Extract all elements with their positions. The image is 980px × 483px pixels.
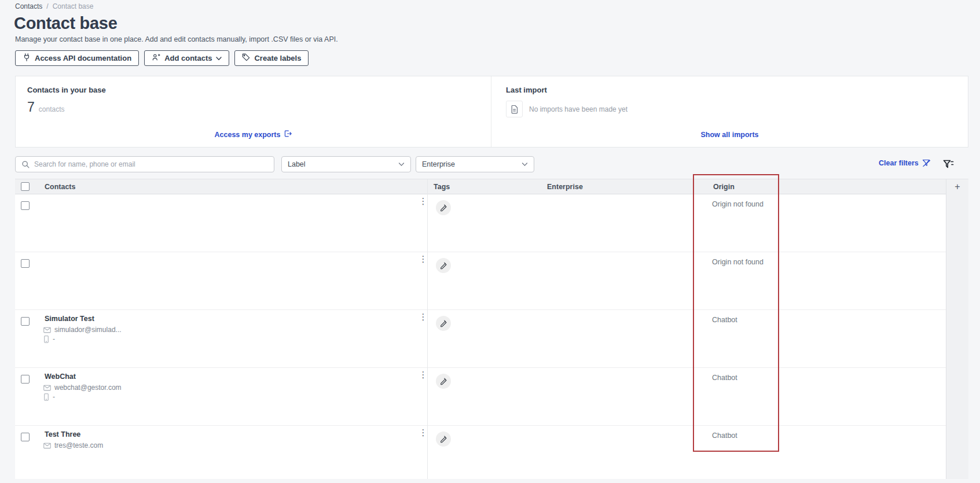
no-imports-empty-state: No imports have been made yet xyxy=(506,101,627,117)
add-column-strip: + xyxy=(946,179,968,479)
page-subtitle: Manage your contact base in one place. A… xyxy=(15,35,338,43)
create-labels-button[interactable]: Create labels xyxy=(234,50,309,66)
enterprise-filter-value: Enterprise xyxy=(422,160,455,168)
contacts-count-unit: contacts xyxy=(39,105,65,113)
add-contacts-button[interactable]: Add contacts xyxy=(144,50,229,66)
contact-email: tres@teste.com xyxy=(54,441,103,449)
column-header-contacts: Contacts xyxy=(45,183,75,191)
contact-email-line: tres@teste.com xyxy=(43,441,103,449)
label-filter-value: Label xyxy=(288,160,306,168)
contact-name: Test Three xyxy=(45,430,80,438)
show-all-imports-label: Show all imports xyxy=(700,131,758,139)
contact-email-line: simulador@simulad... xyxy=(43,326,122,334)
breadcrumb: Contacts / Contact base xyxy=(15,2,93,10)
access-api-documentation-label: Access API documentation xyxy=(35,54,131,62)
edit-tags-button[interactable] xyxy=(436,200,451,215)
no-imports-message: No imports have been made yet xyxy=(529,105,627,113)
access-api-documentation-button[interactable]: Access API documentation xyxy=(15,50,139,66)
clear-filters-label: Clear filters xyxy=(879,159,919,167)
contact-email: webchat@gestor.com xyxy=(54,384,122,392)
table-row[interactable]: ⋮ Origin not found xyxy=(15,194,968,252)
origin-cell: Chatbot xyxy=(712,432,737,440)
row-checkbox[interactable] xyxy=(21,317,30,326)
search-icon xyxy=(21,160,30,168)
chevron-down-icon xyxy=(216,54,222,62)
export-icon xyxy=(284,130,292,139)
contact-search xyxy=(15,156,274,172)
clear-filters-link[interactable]: Clear filters xyxy=(879,159,931,167)
label-filter-select[interactable]: Label xyxy=(281,156,411,172)
last-import-title: Last import xyxy=(506,86,547,94)
tags-column-divider xyxy=(427,179,428,479)
row-checkbox[interactable] xyxy=(21,375,30,384)
filter-options-icon[interactable] xyxy=(941,158,955,171)
filter-bar: Label Enterprise Clear filters xyxy=(15,156,968,172)
origin-cell: Origin not found xyxy=(712,258,764,266)
contact-email: simulador@simulad... xyxy=(54,326,122,334)
filter-off-icon xyxy=(922,159,931,167)
row-checkbox[interactable] xyxy=(21,201,30,210)
table-header: Contacts Tags Enterprise Origin xyxy=(15,179,968,194)
last-import-card: Last import No imports have been made ye… xyxy=(491,76,968,147)
action-buttons: Access API documentation Add contacts Cr… xyxy=(15,50,309,66)
create-labels-label: Create labels xyxy=(254,54,301,62)
breadcrumb-contacts[interactable]: Contacts xyxy=(15,2,42,10)
document-icon xyxy=(506,101,523,117)
add-contacts-label: Add contacts xyxy=(164,54,212,62)
origin-cell: Chatbot xyxy=(712,316,737,324)
column-header-origin: Origin xyxy=(713,183,735,191)
column-header-tags: Tags xyxy=(434,183,450,191)
origin-cell: Origin not found xyxy=(712,200,764,208)
contacts-count-number: 7 xyxy=(27,99,35,115)
contact-phone: - xyxy=(53,335,55,343)
edit-tags-button[interactable] xyxy=(436,258,451,273)
chevron-down-icon xyxy=(522,163,528,167)
search-input[interactable] xyxy=(34,160,268,168)
edit-tags-button[interactable] xyxy=(436,374,451,389)
mobile-phone-icon xyxy=(43,335,49,343)
show-all-imports-link[interactable]: Show all imports xyxy=(700,131,758,139)
contact-base-page: Contacts / Contact base Contact base Man… xyxy=(0,0,980,483)
table-row[interactable]: WebChat webchat@gestor.com - ⋮ Chatbot xyxy=(15,368,968,426)
envelope-icon xyxy=(43,385,51,391)
summary-cards: Contacts in your base 7 contacts Access … xyxy=(15,76,968,148)
chevron-down-icon xyxy=(398,163,405,167)
contact-email-line: webchat@gestor.com xyxy=(43,384,122,392)
select-all-checkbox[interactable] xyxy=(21,182,30,191)
person-add-icon xyxy=(152,53,160,63)
edit-tags-button[interactable] xyxy=(436,432,451,447)
add-column-button[interactable]: + xyxy=(951,181,964,193)
access-my-exports-label: Access my exports xyxy=(215,131,281,139)
contact-phone-line: - xyxy=(43,335,55,343)
contacts-card-title: Contacts in your base xyxy=(27,86,106,94)
envelope-icon xyxy=(43,443,51,449)
mobile-phone-icon xyxy=(43,393,49,401)
table-row[interactable]: Simulator Test simulador@simulad... - ⋮ … xyxy=(15,310,968,368)
contact-phone-line: - xyxy=(43,393,55,401)
contacts-count: 7 contacts xyxy=(27,99,65,115)
breadcrumb-separator: / xyxy=(46,2,48,10)
edit-tags-button[interactable] xyxy=(436,316,451,331)
tag-icon xyxy=(242,53,250,63)
contact-name: WebChat xyxy=(45,373,76,381)
plug-icon xyxy=(23,53,31,63)
breadcrumb-contact-base: Contact base xyxy=(53,2,94,10)
origin-cell: Chatbot xyxy=(712,374,737,382)
contact-phone: - xyxy=(53,393,55,401)
table-row[interactable]: ⋮ Origin not found xyxy=(15,252,968,310)
contact-name: Simulator Test xyxy=(45,315,94,323)
row-checkbox[interactable] xyxy=(21,433,30,441)
access-my-exports-link[interactable]: Access my exports xyxy=(215,130,292,139)
row-checkbox[interactable] xyxy=(21,259,30,268)
enterprise-filter-select[interactable]: Enterprise xyxy=(416,156,534,172)
contacts-count-card: Contacts in your base 7 contacts Access … xyxy=(16,76,491,147)
contacts-table: Contacts Tags Enterprise Origin ⋮ Origin… xyxy=(15,179,968,479)
column-header-enterprise: Enterprise xyxy=(547,183,583,191)
envelope-icon xyxy=(43,327,51,333)
page-title: Contact base xyxy=(14,14,118,33)
table-row[interactable]: Test Three tres@teste.com ⋮ Chatbot xyxy=(15,426,968,480)
